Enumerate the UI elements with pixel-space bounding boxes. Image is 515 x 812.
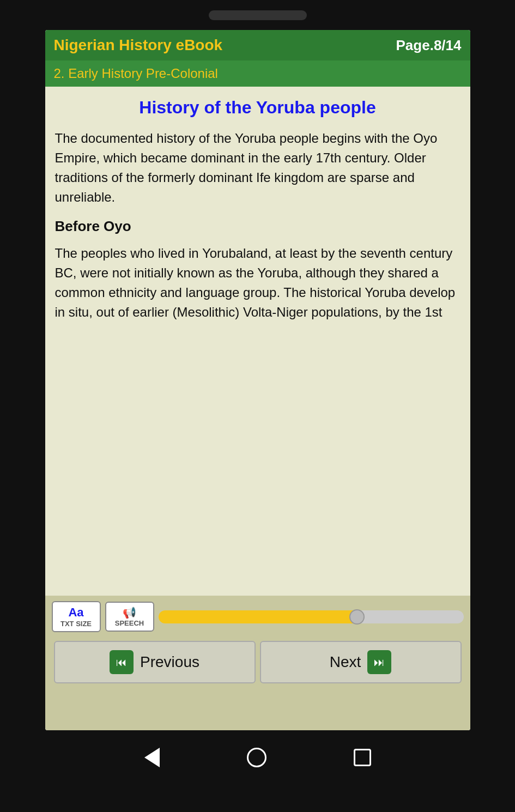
volume-slider-container <box>159 607 464 627</box>
chapter-title: 2. Early History Pre-Colonial <box>54 66 218 81</box>
txt-size-label: TXT SIZE <box>60 620 92 628</box>
header-bar: Nigerian History eBook Page.8/14 <box>45 30 470 60</box>
speech-label: SPEECH <box>115 619 144 627</box>
ebook-container: Nigerian History eBook Page.8/14 2. Earl… <box>45 30 470 730</box>
page-title: History of the Yoruba people <box>55 98 461 118</box>
section-heading: Before Oyo <box>55 218 461 235</box>
back-button[interactable] <box>144 748 160 767</box>
chapter-bar: 2. Early History Pre-Colonial <box>45 60 470 87</box>
page-indicator: Page.8/14 <box>396 37 462 54</box>
android-nav <box>0 730 515 785</box>
next-label: Next <box>330 653 361 671</box>
status-bar <box>0 0 515 30</box>
txt-size-icon: Aa <box>68 605 83 620</box>
previous-label: Previous <box>140 653 199 671</box>
speech-icon: 📢 <box>123 606 136 619</box>
content-area: History of the Yoruba people The documen… <box>45 87 470 596</box>
notch <box>209 10 307 20</box>
app-title: Nigerian History eBook <box>54 37 223 54</box>
toolbar: Aa TXT SIZE 📢 SPEECH <box>45 596 470 638</box>
paragraph1: The documented history of the Yoruba peo… <box>55 129 461 207</box>
slider-track <box>159 610 464 623</box>
recents-button[interactable] <box>354 749 371 766</box>
paragraph2: The peoples who lived in Yorubaland, at … <box>55 244 461 322</box>
speech-button[interactable]: 📢 SPEECH <box>105 602 154 632</box>
home-button[interactable] <box>247 748 266 767</box>
phone-frame: Nigerian History eBook Page.8/14 2. Earl… <box>0 0 515 812</box>
bottom-bar <box>0 785 515 812</box>
next-button[interactable]: Next ⏭ <box>260 641 462 683</box>
previous-icon: ⏮ <box>110 650 134 674</box>
slider-thumb[interactable] <box>349 609 365 625</box>
previous-button[interactable]: ⏮ Previous <box>54 641 256 683</box>
bottom-spacer <box>45 687 470 730</box>
next-icon: ⏭ <box>367 650 391 674</box>
nav-buttons: ⏮ Previous Next ⏭ <box>45 638 470 687</box>
txt-size-button[interactable]: Aa TXT SIZE <box>52 601 101 632</box>
